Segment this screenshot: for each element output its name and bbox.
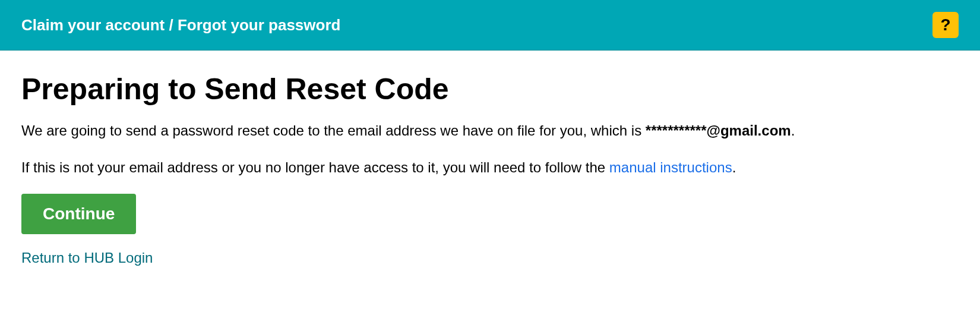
main-content: Preparing to Send Reset Code We are goin…	[0, 51, 980, 288]
manual-suffix: .	[732, 159, 736, 175]
header-title: Claim your account / Forgot your passwor…	[21, 16, 340, 34]
manual-prefix: If this is not your email address or you…	[21, 159, 609, 175]
help-button[interactable]: ?	[932, 12, 959, 38]
email-notice-prefix: We are going to send a password reset co…	[21, 122, 646, 138]
question-icon: ?	[940, 15, 950, 34]
page-heading: Preparing to Send Reset Code	[21, 72, 959, 106]
return-to-login-link[interactable]: Return to HUB Login	[21, 250, 959, 266]
manual-instructions-text: If this is not your email address or you…	[21, 158, 959, 178]
manual-instructions-link[interactable]: manual instructions	[609, 159, 732, 175]
continue-button[interactable]: Continue	[21, 194, 136, 234]
email-notice-text: We are going to send a password reset co…	[21, 121, 959, 141]
page-header: Claim your account / Forgot your passwor…	[0, 0, 980, 51]
masked-email: ***********@gmail.com	[646, 122, 791, 138]
email-notice-suffix: .	[791, 122, 795, 138]
